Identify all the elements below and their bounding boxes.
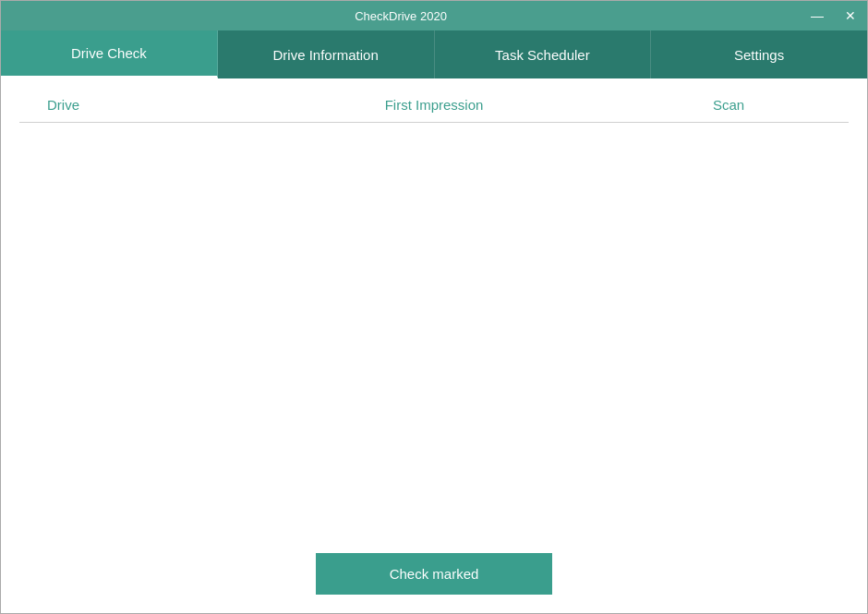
window-controls: — ✕	[801, 1, 867, 30]
tab-drive-check-label: Drive Check	[71, 45, 147, 61]
tab-settings-label: Settings	[734, 47, 784, 63]
tab-drive-check[interactable]: Drive Check	[1, 30, 218, 78]
minimize-button[interactable]: —	[801, 1, 834, 30]
bottom-bar: Check marked	[1, 535, 867, 613]
tab-drive-information-label: Drive Information	[273, 47, 379, 63]
tab-drive-information[interactable]: Drive Information	[218, 30, 435, 78]
col-scan-header: Scan	[636, 97, 821, 113]
table-header: Drive First Impression Scan	[19, 78, 849, 123]
col-first-impression-header: First Impression	[232, 97, 636, 113]
tab-settings[interactable]: Settings	[651, 30, 867, 78]
table-body	[1, 123, 867, 535]
main-window: CheckDrive 2020 — ✕ Drive Check Drive In…	[0, 0, 868, 614]
close-button[interactable]: ✕	[834, 1, 867, 30]
window-title: CheckDrive 2020	[1, 9, 801, 23]
tab-task-scheduler[interactable]: Task Scheduler	[435, 30, 652, 78]
check-marked-button[interactable]: Check marked	[316, 553, 553, 595]
tab-task-scheduler-label: Task Scheduler	[495, 47, 590, 63]
tab-bar: Drive Check Drive Information Task Sched…	[1, 30, 867, 78]
col-drive-header: Drive	[47, 97, 232, 113]
content-area: Drive First Impression Scan Check marked	[1, 78, 867, 613]
title-bar: CheckDrive 2020 — ✕	[1, 1, 867, 30]
